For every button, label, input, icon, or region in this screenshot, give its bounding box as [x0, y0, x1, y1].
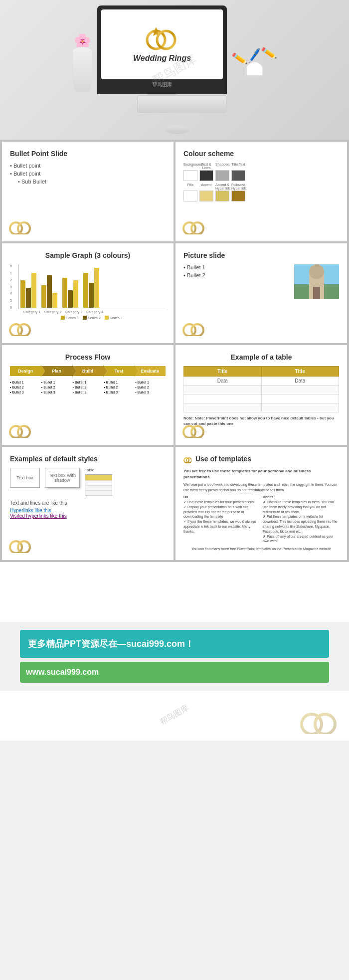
table-demo [85, 474, 112, 496]
bullet-list: Bullet point Bullet point Sub Bullet [10, 163, 166, 185]
process-col-2: • Bullet 1 • Bullet 2 • Bullet 3 [41, 380, 72, 394]
use-templates-title: Use of templates [183, 455, 339, 463]
legend-series-3: Series 3 [105, 316, 123, 320]
table-row [184, 386, 339, 394]
bar-2-s2 [47, 275, 52, 308]
picture-slide: Picture slide Bullet 1 Bullet 2 [175, 243, 347, 343]
rings-deco-4 [181, 321, 206, 339]
use-templates-footer: You can find many more free PowerPoint t… [183, 547, 339, 552]
table-cell-data-1: Data [184, 377, 262, 386]
proc-2-b1: • Bullet 1 [41, 380, 72, 385]
swatch-followed-hyperlink [231, 191, 245, 201]
label-text-lines: Text & Lines [199, 163, 213, 170]
picture-bullet-list: Bullet 1 Bullet 2 [183, 264, 289, 278]
rings-deco-1 [8, 219, 33, 237]
do-item-3: ✓ If you like these templates, we would … [183, 519, 260, 534]
x-label-4: Category 4 [85, 310, 105, 314]
rings-deco-5 [8, 423, 33, 441]
rings-deco-2 [181, 219, 206, 237]
swatch-accent [199, 191, 213, 201]
colour-scheme-content: Background Text & Lines Shadows Title Te… [183, 163, 339, 201]
table-cell-empty-5 [184, 403, 262, 412]
bullet-point-slide: Bullet Point Slide Bullet point Bullet p… [2, 142, 174, 241]
table-demo-label: Table [85, 468, 94, 472]
colour-scheme-slide: Colour scheme Background Text & Lines Sh… [175, 142, 347, 241]
process-flow-boxes: Design Plan Build Test Evaluate [10, 366, 166, 376]
bar-4-s2 [89, 283, 94, 308]
proc-3-b3: • Bullet 3 [73, 390, 103, 395]
process-col-3: • Bullet 1 • Bullet 2 • Bullet 3 [73, 380, 103, 394]
svg-point-6 [191, 222, 203, 234]
swatch-title-text [231, 170, 245, 181]
textbox-shadow-label: Text box With shadow [45, 473, 79, 483]
y-label-1: 1 [10, 271, 12, 275]
dont-label: Don'ts [263, 495, 274, 499]
table-demo-r1 [85, 481, 112, 486]
table-cell-empty-1 [184, 386, 262, 394]
process-step-plan: Plan [41, 366, 72, 376]
table-slide-title: Example of a table [183, 353, 339, 361]
table-slide: Example of a table Title Title Data Data [175, 345, 347, 445]
y-label-5: 5 [10, 299, 12, 302]
proc-4-b2: • Bullet 2 [104, 385, 134, 390]
colour-scheme-title: Colour scheme [183, 150, 339, 158]
graph-legend: Series 1 Series 2 Series 3 [18, 316, 166, 320]
y-label-3: 3 [10, 285, 12, 289]
default-styles-slide: Examples of default styles Text box Text… [2, 447, 174, 560]
bar-group-1 [20, 273, 36, 308]
do-dont-section: Do ✓ Use these templates for your presen… [183, 495, 339, 544]
textbox-shadow-demo: Text box With shadow [45, 468, 80, 488]
table-row [184, 403, 339, 412]
empty-section [0, 562, 349, 622]
table-header-2: Title [261, 367, 339, 377]
slide-grid: Bullet Point Slide Bullet point Bullet p… [0, 140, 349, 562]
rings-deco-6 [181, 423, 206, 441]
hyperlink-demo[interactable]: Hyperlinks like this [10, 508, 166, 513]
picture-bullet-1: Bullet 1 [183, 264, 289, 270]
dont-item-3: ✗ Pass off any of our created content as… [263, 534, 339, 544]
vase [72, 47, 92, 92]
svg-point-8 [18, 324, 30, 336]
visited-link-demo[interactable]: Visited hyperlinks like this [10, 513, 166, 519]
color-row-1-group: Background Text & Lines Shadows Title Te… [183, 163, 339, 181]
bar-1-s2 [26, 288, 31, 308]
label-shadows: Shadows [215, 163, 229, 170]
picture-slide-title: Picture slide [183, 251, 339, 259]
picture-slide-bullets: Bullet 1 Bullet 2 [183, 264, 289, 299]
picture-thumbnail [294, 264, 339, 299]
building-image [294, 264, 339, 299]
watermark-monitor: 帮鸟图库 [101, 79, 223, 90]
legend-series-2: Series 2 [83, 316, 101, 320]
legend-dot-2 [83, 316, 87, 320]
styles-demo-area: Text box Text box With shadow Table [10, 468, 166, 496]
bottom-watermark: 帮鸟图库 [158, 703, 191, 728]
label-fills: Fills [183, 183, 197, 190]
sub-bullet-item: Sub Bullet [10, 179, 166, 185]
graph-bars [18, 264, 166, 309]
dont-column: Don'ts ✗ Distribute these templates in t… [263, 495, 339, 544]
use-templates-slide: Use of templates You are free to use the… [175, 447, 347, 560]
bar-1-s1 [20, 280, 25, 308]
proc-4-b1: • Bullet 1 [104, 380, 134, 385]
table-row: Data Data [184, 377, 339, 386]
swatch-background [183, 170, 197, 181]
process-columns: • Bullet 1 • Bullet 2 • Bullet 3 • Bulle… [10, 380, 166, 394]
picture-slide-content: Bullet 1 Bullet 2 [183, 264, 339, 299]
label-title-text: Title Text [231, 163, 245, 170]
table-cell-data-2: Data [261, 377, 339, 386]
table-cell-empty-3 [184, 394, 262, 403]
color-labels-row-1: Background Text & Lines Shadows Title Te… [183, 163, 339, 170]
bullet-item-2: Bullet point [10, 171, 166, 177]
legend-dot-3 [105, 316, 109, 320]
table-demo-r3 [85, 491, 112, 496]
proc-5-b3: • Bullet 3 [135, 390, 166, 395]
label-accent-hyperlink: Accent & Hyperlink [215, 183, 229, 190]
label-followed-hyperlink: Followed Hyperlink [231, 183, 245, 190]
process-step-test: Test [103, 366, 134, 376]
proc-2-b2: • Bullet 2 [41, 385, 72, 390]
process-step-design: Design [10, 366, 41, 376]
bottom-deco-area: 帮鸟图库 [0, 691, 349, 741]
bar-group-4 [83, 268, 99, 308]
proc-4-b3: • Bullet 3 [104, 390, 134, 395]
y-label-6: 6 [10, 306, 12, 309]
